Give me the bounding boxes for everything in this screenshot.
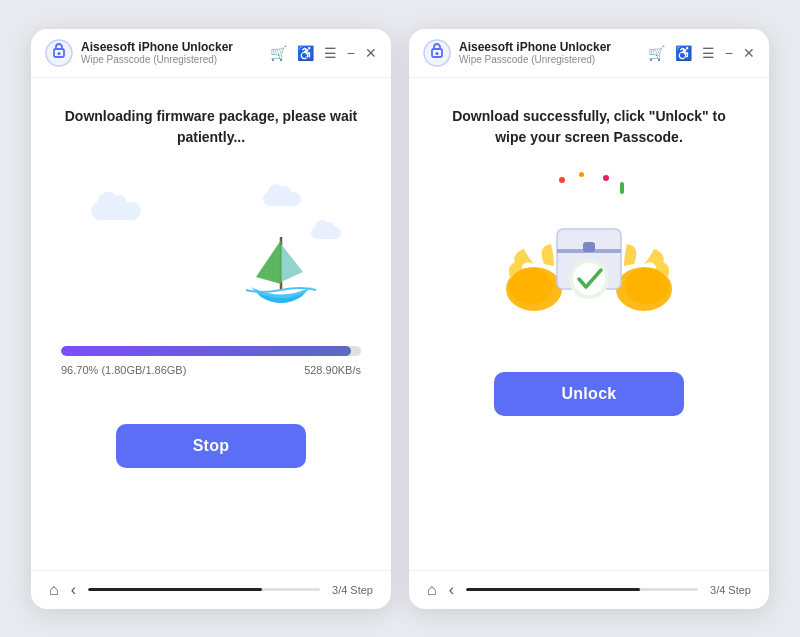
sailboat-icon (241, 222, 321, 312)
unlock-button[interactable]: Unlock (494, 372, 684, 416)
accessibility-icon-left[interactable]: ♿ (297, 45, 314, 61)
confetti-4 (603, 175, 609, 181)
bottom-progress-bar-right (466, 588, 698, 591)
home-icon-left[interactable]: ⌂ (49, 581, 59, 599)
progress-bar-bg (61, 346, 361, 356)
svg-rect-13 (583, 242, 595, 252)
titlebar-right: Aiseesoft iPhone Unlocker Wipe Passcode … (409, 29, 769, 78)
right-window: Aiseesoft iPhone Unlocker Wipe Passcode … (409, 29, 769, 609)
accessibility-icon-right[interactable]: ♿ (675, 45, 692, 61)
step-label-right: 3/4 Step (710, 584, 751, 596)
left-window: Aiseesoft iPhone Unlocker Wipe Passcode … (31, 29, 391, 609)
confetti-2 (620, 182, 624, 194)
download-success-svg (499, 174, 679, 329)
confetti-1 (559, 177, 565, 183)
illustration-left (61, 172, 361, 332)
bottombar-right: ⌂ ‹ 3/4 Step (409, 570, 769, 609)
back-icon-left[interactable]: ‹ (71, 581, 76, 599)
svg-point-6 (436, 52, 439, 55)
svg-point-2 (58, 52, 61, 55)
minimize-icon-right[interactable]: − (725, 45, 733, 61)
svg-point-8 (509, 268, 553, 304)
bottom-progress-bar-left (88, 588, 320, 591)
bottom-progress-fill-left (88, 588, 262, 591)
stop-button[interactable]: Stop (116, 424, 306, 468)
minimize-icon-left[interactable]: − (347, 45, 355, 61)
cloud-2 (263, 192, 301, 206)
app-name-right: Aiseesoft iPhone Unlocker (459, 40, 648, 54)
app-logo-right (423, 39, 451, 67)
progress-stats: 96.70% (1.80GB/1.86GB) 528.90KB/s (61, 364, 361, 376)
progress-section: 96.70% (1.80GB/1.86GB) 528.90KB/s (61, 346, 361, 376)
content-left: Downloading firmware package, please wai… (31, 78, 391, 570)
bottombar-left: ⌂ ‹ 3/4 Step (31, 570, 391, 609)
progress-speed: 528.90KB/s (304, 364, 361, 376)
success-illustration (499, 172, 679, 332)
svg-point-10 (625, 268, 669, 304)
titlebar-controls-right: 🛒 ♿ ☰ − ✕ (648, 45, 755, 61)
progress-left-stat: 96.70% (1.80GB/1.86GB) (61, 364, 186, 376)
success-title: Download successfully, click "Unlock" to… (439, 106, 739, 148)
close-icon-left[interactable]: ✕ (365, 45, 377, 61)
back-icon-right[interactable]: ‹ (449, 581, 454, 599)
app-logo-left (45, 39, 73, 67)
cart-icon-right[interactable]: 🛒 (648, 45, 665, 61)
step-label-left: 3/4 Step (332, 584, 373, 596)
titlebar-text-right: Aiseesoft iPhone Unlocker Wipe Passcode … (459, 40, 648, 65)
confetti-3 (579, 172, 584, 177)
titlebar-left: Aiseesoft iPhone Unlocker Wipe Passcode … (31, 29, 391, 78)
titlebar-controls-left: 🛒 ♿ ☰ − ✕ (270, 45, 377, 61)
content-right: Download successfully, click "Unlock" to… (409, 78, 769, 570)
cart-icon-left[interactable]: 🛒 (270, 45, 287, 61)
progress-bar-fill (61, 346, 351, 356)
menu-icon-left[interactable]: ☰ (324, 45, 337, 61)
bottom-progress-fill-right (466, 588, 640, 591)
cloud-1 (91, 202, 141, 220)
home-icon-right[interactable]: ⌂ (427, 581, 437, 599)
downloading-title: Downloading firmware package, please wai… (61, 106, 361, 148)
menu-icon-right[interactable]: ☰ (702, 45, 715, 61)
app-name-left: Aiseesoft iPhone Unlocker (81, 40, 270, 54)
app-subtitle-left: Wipe Passcode (Unregistered) (81, 54, 270, 65)
titlebar-text-left: Aiseesoft iPhone Unlocker Wipe Passcode … (81, 40, 270, 65)
close-icon-right[interactable]: ✕ (743, 45, 755, 61)
app-subtitle-right: Wipe Passcode (Unregistered) (459, 54, 648, 65)
